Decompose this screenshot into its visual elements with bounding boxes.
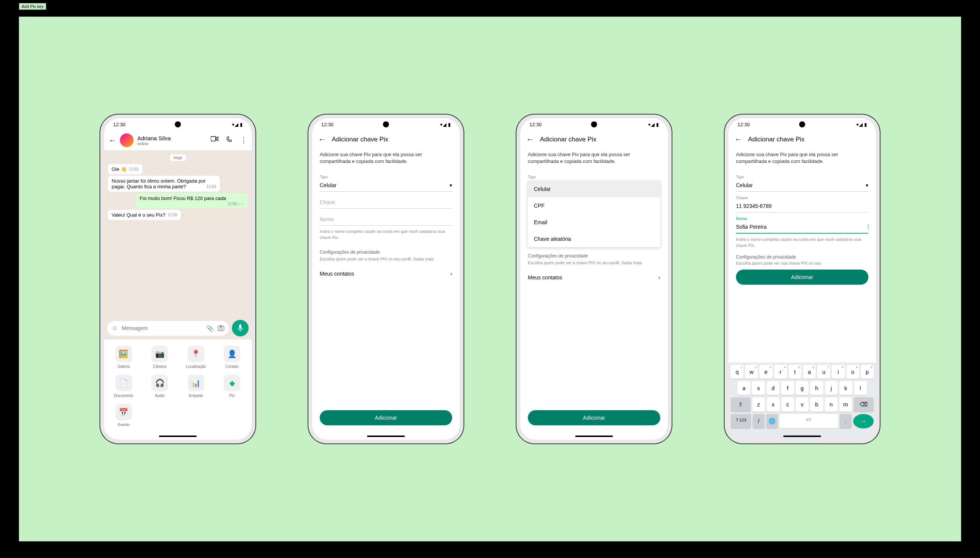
attach-icon[interactable]: 📎 (206, 325, 214, 332)
back-arrow-icon[interactable]: ← (526, 135, 534, 144)
attach-poll[interactable]: 📊 Enquete (180, 375, 212, 398)
key-i[interactable]: i8 (832, 365, 845, 379)
key-j[interactable]: j (825, 381, 838, 395)
backspace-key[interactable]: ⌫ (854, 397, 874, 412)
key-v[interactable]: v (796, 397, 809, 412)
key-n[interactable]: n (825, 397, 838, 412)
key-r[interactable]: r4 (774, 365, 787, 379)
add-button[interactable]: Adicionar (528, 410, 660, 425)
enter-key[interactable]: → (853, 414, 874, 428)
nav-bar (728, 433, 876, 440)
attach-camera[interactable]: 📷 Câmera (143, 346, 177, 369)
phone-frame-4: 12:30 ▾◢ ▮ ← Adicionar chave Pix Adicion… (725, 115, 880, 443)
form-description: Adicione sua chave Pix para que ela poss… (736, 148, 868, 171)
dropdown-option-random[interactable]: Chave aleatória (528, 231, 660, 247)
key-a[interactable]: a6 (803, 365, 816, 379)
message-incoming[interactable]: Nosso jantar foi ótimo ontem. Obrigada p… (108, 176, 220, 192)
camera-notch (175, 121, 181, 127)
key-f[interactable]: f (781, 381, 794, 395)
video-call-icon[interactable] (211, 136, 218, 144)
phone-frame-1: 12:30 ▾◢ ▮ ← Adriana Silva online ⋮ Hoje… (100, 115, 255, 443)
svg-rect-4 (239, 324, 241, 329)
contact-status: online (137, 141, 207, 146)
voice-call-icon[interactable] (226, 136, 233, 144)
key-q[interactable]: q1 (731, 365, 743, 379)
dropdown-option-cpf[interactable]: CPF (528, 197, 660, 214)
add-button[interactable]: Adicionar (736, 269, 868, 285)
status-bar: 12:30 ▾◢ ▮ (104, 118, 252, 130)
space-key[interactable]: PT (779, 414, 838, 428)
period-key[interactable]: . (840, 414, 852, 428)
dropdown-arrow-icon: ▾ (450, 182, 452, 188)
attach-document[interactable]: 📄 Documento (107, 375, 140, 398)
attach-audio[interactable]: 🎧 Áudio (143, 375, 177, 398)
key-b[interactable]: b (810, 397, 823, 412)
key-m[interactable]: m (839, 397, 852, 412)
numbers-key[interactable]: ? 123 (731, 414, 751, 428)
camera-icon[interactable] (217, 325, 224, 331)
chave-input[interactable]: Chave (320, 196, 452, 209)
key-l[interactable]: l (854, 381, 867, 395)
more-menu-icon[interactable]: ⋮ (240, 136, 247, 144)
shift-key[interactable]: ⇧ (731, 397, 751, 412)
key-p[interactable]: p0 (861, 365, 874, 379)
camera-notch (799, 121, 805, 127)
nome-input[interactable]: Sofia Pereira (736, 221, 868, 234)
slash-key[interactable]: / (753, 414, 764, 428)
attach-pix[interactable]: ◆ Pix (216, 375, 249, 398)
contacts-row[interactable]: Meus contatos › (320, 265, 452, 282)
page-title: Adicionar chave Pix (540, 136, 596, 143)
form-description: Adicione sua chave Pix para que ela poss… (528, 148, 660, 171)
chat-header: ← Adriana Silva online ⋮ (104, 130, 252, 151)
message-input-field[interactable]: ☺ 📎 (107, 321, 229, 336)
attach-location[interactable]: 📍 Localização (180, 346, 212, 369)
tipo-select[interactable]: Celular ▾ (320, 179, 452, 192)
mic-button[interactable] (232, 320, 249, 336)
add-button[interactable]: Adicionar (320, 410, 452, 425)
key-h[interactable]: h (810, 381, 823, 395)
key-a[interactable]: a (738, 381, 750, 395)
svg-rect-1 (218, 326, 224, 331)
key-d[interactable]: d (767, 381, 779, 395)
chevron-right-icon: › (658, 274, 660, 281)
chave-input[interactable]: 11 92345-6789 (736, 200, 868, 212)
status-time: 12:30 (113, 122, 126, 127)
key-s[interactable]: s (752, 381, 765, 395)
emoji-icon[interactable]: ☺ (112, 325, 118, 332)
tooltip-label: Add Pix key (19, 3, 46, 10)
key-x[interactable]: x (767, 397, 779, 412)
status-time: 12:30 (738, 122, 750, 127)
key-o[interactable]: o9 (847, 365, 859, 379)
contact-info[interactable]: Adriana Silva online (137, 135, 207, 146)
globe-key[interactable]: 🌐 (766, 414, 778, 428)
message-time: 11:53 (129, 167, 138, 171)
message-incoming[interactable]: Oie 👋 11:53 (108, 164, 142, 174)
message-input[interactable] (122, 325, 203, 331)
back-arrow-icon[interactable]: ← (109, 136, 116, 145)
back-arrow-icon[interactable]: ← (318, 135, 326, 144)
key-e[interactable]: e3 (759, 365, 772, 379)
nome-input[interactable]: Nome (320, 213, 452, 226)
key-g[interactable]: g (796, 381, 809, 395)
key-u[interactable]: u7 (817, 365, 830, 379)
form-header: ← Adicionar chave Pix (312, 130, 460, 148)
attach-event[interactable]: 📅 Evento (107, 404, 140, 427)
key-c[interactable]: c (781, 397, 794, 412)
attach-contact[interactable]: 👤 Contato (216, 346, 249, 369)
camera-notch (591, 121, 597, 127)
back-arrow-icon[interactable]: ← (735, 135, 742, 144)
key-w[interactable]: w2 (745, 365, 758, 379)
dropdown-option-email[interactable]: Email (528, 214, 660, 231)
key-t[interactable]: t5 (789, 365, 801, 379)
message-incoming[interactable]: Valeu! Qual é o seu Pix? 11:59 (108, 210, 181, 220)
message-outgoing[interactable]: Foi muito bom! Ficou R$ 120 para cada 11… (136, 193, 248, 208)
key-z[interactable]: z (752, 397, 765, 412)
attach-gallery[interactable]: 🖼️ Galeria (107, 346, 140, 369)
key-k[interactable]: k (839, 381, 852, 395)
privacy-description: Escolha quem pode ver a chave PIX no seu… (320, 256, 452, 262)
dropdown-option-celular[interactable]: Celular (528, 181, 660, 197)
avatar[interactable] (120, 133, 133, 147)
contacts-row[interactable]: Meus contatos › (528, 269, 660, 286)
tipo-select[interactable]: Celular ▾ (736, 179, 868, 192)
privacy-section-title: Configurações de privacidade (736, 254, 868, 260)
